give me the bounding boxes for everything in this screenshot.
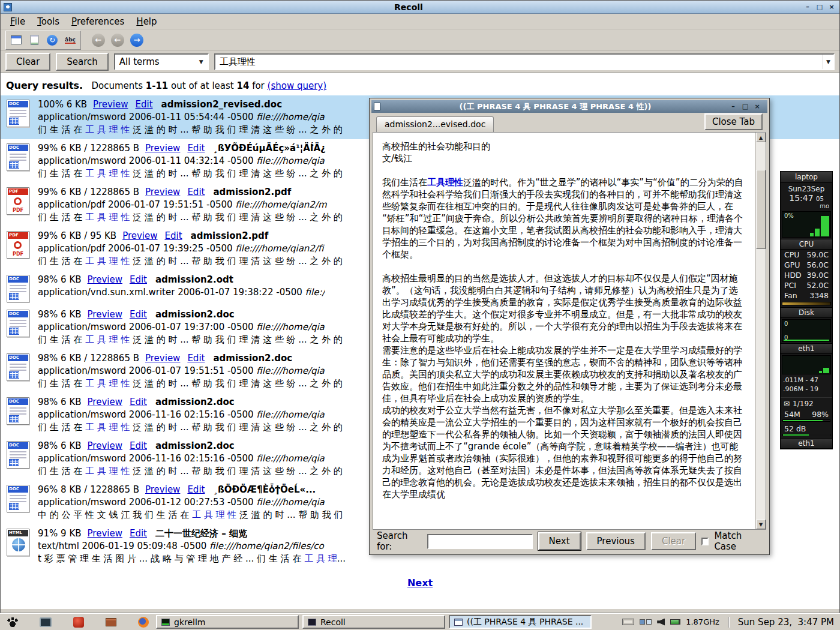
result-edit-link[interactable]: Edit (165, 230, 182, 241)
result-details: application/msword 2006-01-07 19:51:51 -… (38, 365, 343, 377)
search-button[interactable]: Search (56, 53, 109, 71)
net-section-label: eth1 (781, 343, 832, 354)
result-snippet: 们 生 活 在 工 具 理 性 泛 滥 的 时 ... 帮 助 我 们 理 清 … (38, 167, 343, 180)
next-page-link[interactable]: Next (407, 577, 433, 589)
result-preview-link[interactable]: Preview (122, 230, 157, 241)
match-case-checkbox[interactable] (701, 538, 709, 545)
result-preview-link[interactable]: Preview (93, 99, 128, 110)
search-mode-value: All terms (119, 56, 160, 67)
snippet-before: 们 生 活 在 (38, 466, 85, 476)
preview-minimize-icon[interactable]: – (728, 102, 739, 112)
scroll-down-icon[interactable]: ▼ (756, 520, 766, 529)
result-edit-link[interactable]: Edit (187, 187, 205, 197)
result-preview-link[interactable]: Preview (145, 353, 180, 364)
nav-forward-button[interactable]: → (129, 32, 145, 48)
result-edit-link[interactable]: Edit (130, 528, 147, 539)
temperature-readout: CPU59.0C (781, 250, 832, 260)
term-explorer-button[interactable]: âbç (62, 32, 78, 48)
find-previous-button[interactable]: Previous (586, 532, 646, 550)
result-icon-cell: PDFPDF (7, 230, 31, 268)
nav-back-alt-button[interactable]: ← (110, 32, 125, 48)
result-url: file:///home/qia (256, 453, 325, 464)
result-preview-link[interactable]: Preview (88, 397, 122, 407)
preview-scrollbar[interactable]: ▲ ▼ (755, 133, 766, 529)
result-relevance-size: 96% 8 KB / 1228865 B (38, 484, 139, 495)
result-edit-link[interactable]: Edit (187, 484, 205, 495)
search-query-input[interactable] (215, 55, 823, 69)
result-snippet: 们 生 活 在 工 具 理 性 泛 滥 的 时 ... 帮 助 我 们 理 清 … (38, 334, 343, 346)
result-relevance-size: 98% 6 KB (38, 274, 82, 285)
query-history-chevron-icon[interactable]: ▼ (823, 55, 833, 69)
nav-back-button[interactable]: ← (91, 32, 106, 48)
preview-close-icon[interactable]: × (752, 102, 763, 112)
snippet-before: 中 的 公 平 性 文 钱 江 我 们 生 活 在 (38, 509, 192, 520)
find-input[interactable] (427, 534, 533, 549)
menu-file[interactable]: File (4, 15, 31, 28)
find-next-button[interactable]: Next (538, 532, 581, 550)
result-edit-link[interactable]: Edit (130, 397, 147, 407)
find-clear-button[interactable]: Clear (651, 532, 696, 550)
result-preview-link[interactable]: Preview (88, 528, 122, 539)
update-index-button[interactable]: ↻ (44, 32, 60, 48)
result-edit-link[interactable]: Edit (130, 309, 147, 320)
result-preview-link[interactable]: Preview (145, 484, 180, 495)
close-icon[interactable]: × (826, 2, 837, 12)
search-mode-dropdown[interactable]: All terms ▼ (114, 53, 209, 70)
close-tab-button[interactable]: Close Tab (704, 113, 763, 130)
document-page-button[interactable] (26, 32, 42, 48)
result-url: file:///home/qia (256, 409, 325, 420)
paw-launcher-icon[interactable] (7, 617, 18, 627)
result-edit-link[interactable]: Edit (130, 440, 147, 451)
speaker-tray-icon[interactable] (657, 619, 665, 626)
result-edit-link[interactable]: Edit (187, 143, 205, 154)
result-preview-link[interactable]: Preview (145, 187, 180, 197)
menu-preferences[interactable]: Preferences (65, 15, 130, 28)
task-button-chart[interactable]: gkrellm (156, 615, 299, 629)
result-edit-link[interactable]: Edit (130, 274, 147, 285)
document-page-icon (31, 35, 38, 45)
show-query-link[interactable]: (show query) (268, 80, 327, 91)
main-titlebar[interactable]: Recoll – □ × (1, 1, 839, 14)
media-launcher-icon[interactable] (73, 617, 84, 628)
package-launcher-icon[interactable] (106, 618, 116, 626)
result-icon-cell: DOC (7, 396, 31, 434)
pagination: Next (1, 568, 839, 598)
snippet-after: 泛 滥 的 时 ... 帮 助 我 们 理 清 这 些 纷 ... 之 外 的 (130, 168, 342, 179)
task-button-window[interactable]: ((工 PHRASE 4 具 PHRASE ... (449, 615, 592, 629)
result-mime-date: application/vnd.sun.xml.writer 2006-01-0… (38, 287, 305, 298)
query-detail-button[interactable] (8, 32, 24, 48)
task-button-terminal[interactable]: Recoll (302, 615, 445, 629)
firefox-launcher-icon[interactable] (138, 617, 149, 628)
fan-krell (782, 302, 831, 305)
preview-title: ((工 PHRASE 4 具 PHRASE 4 理 PHRASE 4 性)) (383, 101, 728, 112)
preview-tab-bar: admission2...evised.doc Close Tab (371, 113, 767, 132)
gkrellm-time-seconds: 05 (816, 196, 824, 202)
menu-help[interactable]: Help (130, 15, 163, 28)
preview-maximize-icon[interactable]: □ (740, 102, 751, 112)
maximize-icon[interactable]: □ (814, 2, 825, 12)
result-preview-link[interactable]: Preview (88, 309, 122, 320)
scroll-up-icon[interactable]: ▲ (756, 133, 766, 142)
highlighted-term: 工具理性 (427, 177, 463, 188)
menu-tools[interactable]: Tools (31, 15, 65, 28)
snippet-after: 泛 滥 的 时 ... 帮 助 我 们 理 清 这 些 纷 ... 之 外 的 (130, 334, 342, 345)
preview-titlebar[interactable]: ((工 PHRASE 4 具 PHRASE 4 理 PHRASE 4 性)) –… (371, 100, 767, 113)
result-body: 98% 6 KBPreviewEditadmission2.docapplica… (38, 308, 343, 346)
preview-tab[interactable]: admission2...evised.doc (376, 116, 494, 132)
result-details: text/html 2006-01-19 05:09:48 -0500 file… (38, 540, 346, 553)
minimize-icon[interactable]: – (802, 2, 813, 12)
scrollbar-thumb[interactable] (756, 170, 766, 249)
clear-button[interactable]: Clear (5, 53, 50, 71)
result-preview-link[interactable]: Preview (145, 143, 180, 154)
result-edit-link[interactable]: Edit (187, 353, 205, 364)
pager-tray-icon[interactable] (640, 619, 652, 625)
result-body: 100% 6 KBPreviewEditadmission2_revised.d… (38, 98, 343, 136)
keyboard-tray-icon[interactable] (622, 619, 634, 625)
result-preview-link[interactable]: Preview (88, 440, 122, 451)
result-body: 99% 6 KB / 1228865 BPreviewEdit¸ßУÕÐÉúµÄ… (38, 142, 343, 180)
document-paragraph: 高校招生的社会功能和目的 (382, 140, 746, 152)
result-icon-cell: DOC (7, 98, 31, 136)
result-preview-link[interactable]: Preview (88, 274, 122, 285)
result-edit-link[interactable]: Edit (135, 99, 152, 110)
screen-launcher-icon[interactable] (40, 617, 52, 627)
